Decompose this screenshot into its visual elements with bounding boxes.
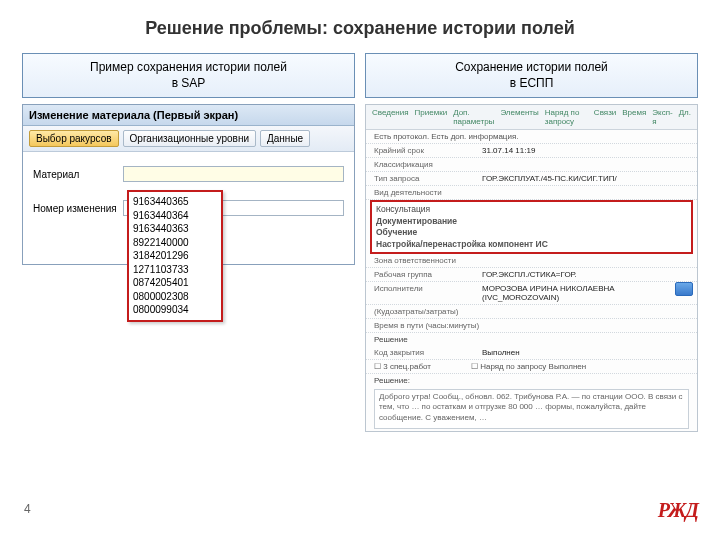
- espp-value: ГОР.ЭКСПЛУАТ./45-ПС.КИ/СИГ.ТИП/: [482, 174, 689, 183]
- espp-screenshot: Сведения Приемки Доп. параметры Элементы…: [365, 104, 698, 432]
- sap-btn-views[interactable]: Выбор ракурсов: [29, 130, 119, 147]
- espp-value: 31.07.14 11:19: [482, 146, 689, 155]
- sap-dd-item[interactable]: 9163440364: [133, 209, 217, 223]
- espp-tabs: Сведения Приемки Доп. параметры Элементы…: [366, 105, 697, 130]
- sap-btn-data[interactable]: Данные: [260, 130, 310, 147]
- espp-tab[interactable]: Связи: [594, 108, 616, 126]
- espp-textarea[interactable]: Доброго утра! Сообщ., обновл. 062. Трибу…: [374, 389, 689, 429]
- sap-history-dropdown[interactable]: 9163440365 9163440364 9163440363 8922140…: [127, 190, 223, 322]
- sap-dd-item[interactable]: 1271103733: [133, 263, 217, 277]
- left-header-line1: Пример сохранения истории полей: [27, 60, 350, 76]
- espp-hi-item[interactable]: Консультация: [376, 204, 687, 215]
- espp-chk2-label: Наряд по запросу Выполнен: [480, 362, 586, 371]
- espp-history-dropdown[interactable]: Консультация Документирование Обучение Н…: [370, 200, 693, 254]
- two-column-layout: Пример сохранения истории полей в SAP Из…: [0, 53, 720, 432]
- espp-tab[interactable]: Наряд по запросу: [545, 108, 588, 126]
- sap-toolbar: Выбор ракурсов Организационные уровни Да…: [23, 126, 354, 152]
- rzd-logo: РЖД: [658, 499, 698, 522]
- left-header-line2: в SAP: [27, 76, 350, 92]
- page-number: 4: [24, 502, 31, 516]
- espp-label: Код закрытия: [374, 348, 482, 357]
- espp-label: Время в пути (часы:минуты): [374, 321, 482, 330]
- espp-hi-item[interactable]: Настройка/перенастройка компонент ИС: [376, 239, 687, 250]
- right-header-line2: в ЕСПП: [370, 76, 693, 92]
- espp-info-line: Есть протокол. Есть доп. информация.: [366, 130, 697, 144]
- espp-value: Выполнен: [482, 348, 689, 357]
- espp-label: Тип запроса: [374, 174, 482, 183]
- sap-btn-orgs[interactable]: Организационные уровни: [123, 130, 256, 147]
- left-column: Пример сохранения истории полей в SAP Из…: [22, 53, 355, 432]
- espp-section-header: Решение: [366, 333, 697, 346]
- sap-input-material[interactable]: [123, 166, 344, 182]
- right-column: Сохранение истории полей в ЕСПП Сведения…: [365, 53, 698, 432]
- espp-tab[interactable]: Время: [622, 108, 646, 126]
- sap-label-material: Материал: [33, 169, 123, 180]
- sap-dd-item[interactable]: 0800099034: [133, 303, 217, 317]
- espp-label: Исполнители: [374, 284, 482, 302]
- sap-dd-item[interactable]: 9163440363: [133, 222, 217, 236]
- espp-label: Вид деятельности: [374, 188, 482, 197]
- espp-tab[interactable]: Элементы: [500, 108, 538, 126]
- espp-label: Зона ответственности: [374, 256, 482, 265]
- espp-add-button[interactable]: [675, 282, 693, 296]
- espp-tab[interactable]: Приемки: [415, 108, 448, 126]
- sap-dd-item[interactable]: 8922140000: [133, 236, 217, 250]
- espp-reshenie-label: Решение:: [366, 374, 697, 387]
- sap-screenshot: Изменение материала (Первый экран) Выбор…: [22, 104, 355, 265]
- espp-tab[interactable]: Сведения: [372, 108, 409, 126]
- espp-label: Классификация: [374, 160, 482, 169]
- sap-window-title: Изменение материала (Первый экран): [23, 105, 354, 126]
- sap-label-changeno: Номер изменения: [33, 203, 123, 214]
- right-column-header: Сохранение истории полей в ЕСПП: [365, 53, 698, 98]
- sap-dd-item[interactable]: 3184201296: [133, 249, 217, 263]
- espp-tab[interactable]: Доп. параметры: [453, 108, 494, 126]
- espp-tab[interactable]: Эксп-я: [652, 108, 672, 126]
- espp-label: Крайний срок: [374, 146, 482, 155]
- espp-value: МОРОЗОВА ИРИНА НИКОЛАЕВНА (IVC_MOROZOVAI…: [482, 284, 689, 302]
- sap-body: Материал Номер изменения 9163440365 9163…: [23, 152, 354, 264]
- slide-title: Решение проблемы: сохранение истории пол…: [0, 0, 720, 53]
- espp-tab[interactable]: Дл.: [679, 108, 691, 126]
- espp-label: (Кудозатраты/затраты): [374, 307, 482, 316]
- espp-hi-item[interactable]: Обучение: [376, 227, 687, 238]
- espp-checkbox-row: ☐ 3 спец.работ ☐ Наряд по запросу Выполн…: [366, 360, 697, 374]
- right-header-line1: Сохранение истории полей: [370, 60, 693, 76]
- espp-value: ГОР.ЭКСПЛ./СТИКА=ГОР.: [482, 270, 689, 279]
- sap-dd-item[interactable]: 0874205401: [133, 276, 217, 290]
- espp-hi-item[interactable]: Документирование: [376, 216, 687, 227]
- espp-label: Рабочая группа: [374, 270, 482, 279]
- sap-dd-item[interactable]: 0800002308: [133, 290, 217, 304]
- left-column-header: Пример сохранения истории полей в SAP: [22, 53, 355, 98]
- sap-dd-item[interactable]: 9163440365: [133, 195, 217, 209]
- espp-chk1-label: 3 спец.работ: [383, 362, 431, 371]
